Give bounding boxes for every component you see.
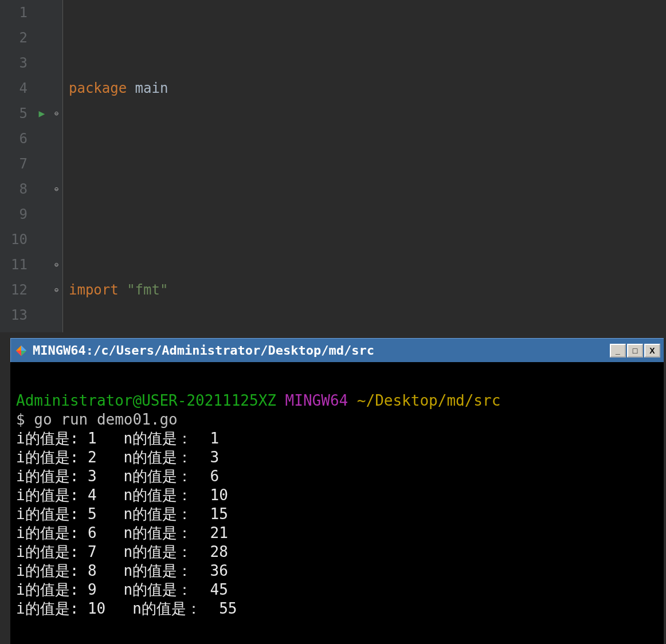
terminal-output-line: i的值是: 9 n的值是： 45 [16, 581, 228, 598]
prompt-env: MINGW64 [285, 392, 348, 409]
terminal-icon [14, 344, 28, 358]
terminal-title: MINGW64:/c/Users/Administrator/Desktop/m… [33, 343, 374, 358]
terminal-output-line: i的值是: 2 n的值是： 3 [16, 449, 219, 466]
terminal-window: MINGW64:/c/Users/Administrator/Desktop/m… [10, 338, 664, 644]
line-number: 11 [0, 252, 28, 277]
line-number: 1 [0, 0, 28, 25]
terminal-output-line: i的值是: 4 n的值是： 10 [16, 486, 228, 504]
line-number-gutter: 1 2 3 4 5 6 7 8 9 10 11 12 13 [0, 0, 33, 332]
code-line[interactable]: import "fmt" [69, 277, 666, 303]
line-number: 13 [0, 303, 28, 328]
line-number: 12 [0, 277, 28, 303]
run-icon[interactable]: ▶ [33, 101, 50, 126]
run-gutter: ▶ [33, 0, 50, 332]
line-number: 4 [0, 76, 28, 101]
line-number: 2 [0, 25, 28, 50]
terminal-output-line: i的值是: 6 n的值是： 21 [16, 524, 228, 541]
prompt-path: ~/Desktop/md/src [357, 392, 500, 409]
line-number: 6 [0, 126, 28, 151]
minimize-button[interactable]: _ [610, 344, 626, 358]
line-number: 10 [0, 227, 28, 252]
prompt-user: Administrator@USER-20211125XZ [16, 392, 276, 409]
code-line[interactable] [69, 176, 666, 202]
fold-toggle[interactable]: ⊖ [50, 277, 62, 303]
fold-toggle[interactable]: ⊖ [50, 252, 62, 277]
close-button[interactable]: X [644, 344, 660, 358]
svg-marker-1 [21, 345, 26, 351]
fold-gutter: ⊖ ⊖ ⊖ ⊖ [50, 0, 63, 332]
terminal-command: $ go run demo01.go [16, 411, 178, 428]
terminal-output-line: i的值是: 7 n的值是： 28 [16, 543, 228, 560]
fold-toggle[interactable]: ⊖ [50, 176, 62, 202]
line-number: 3 [0, 50, 28, 76]
terminal-body[interactable]: Administrator@USER-20211125XZ MINGW64 ~/… [10, 362, 664, 644]
line-number: 9 [0, 202, 28, 227]
line-number: 5 [0, 101, 28, 126]
svg-marker-2 [21, 351, 26, 356]
terminal-output-line: i的值是: 1 n的值是： 1 [16, 430, 219, 447]
svg-marker-3 [16, 351, 21, 356]
maximize-button[interactable]: □ [627, 344, 643, 358]
line-number: 8 [0, 176, 28, 202]
terminal-output-line: i的值是: 3 n的值是： 6 [16, 468, 219, 485]
terminal-output-line: i的值是: 8 n的值是： 36 [16, 562, 228, 579]
terminal-output-line: i的值是: 10 n的值是： 55 [16, 600, 237, 617]
code-line[interactable]: package main [69, 76, 666, 101]
terminal-titlebar[interactable]: MINGW64:/c/Users/Administrator/Desktop/m… [10, 338, 664, 362]
terminal-output-line: i的值是: 5 n的值是： 15 [16, 505, 228, 523]
line-number: 7 [0, 151, 28, 176]
code-area[interactable]: package main import "fmt" func main() { … [63, 0, 666, 332]
fold-toggle[interactable]: ⊖ [50, 101, 62, 126]
code-editor[interactable]: 1 2 3 4 5 6 7 8 9 10 11 12 13 ▶ ⊖ ⊖ ⊖ ⊖ … [0, 0, 666, 332]
